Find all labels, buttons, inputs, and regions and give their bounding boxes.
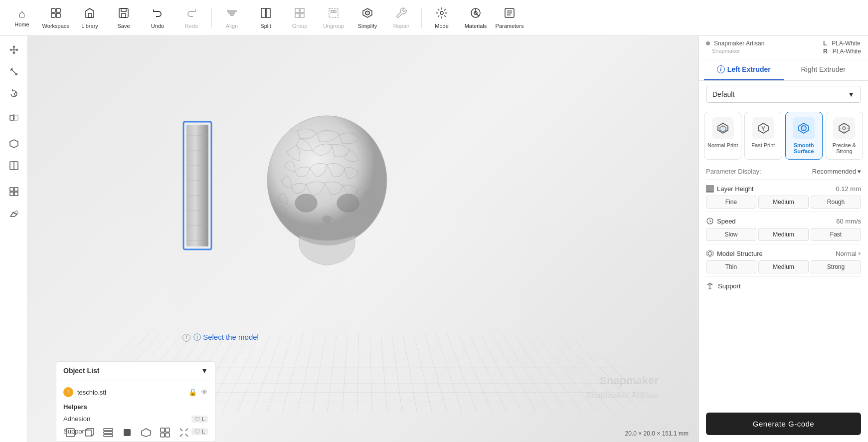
view-collapse-icon[interactable] bbox=[176, 425, 191, 440]
left-tool-split-view[interactable] bbox=[4, 156, 24, 176]
left-tool-eraser[interactable] bbox=[4, 204, 24, 223]
divider-2 bbox=[421, 8, 422, 28]
generate-section: Generate G-code bbox=[699, 401, 868, 442]
left-tool-rotate[interactable] bbox=[4, 84, 24, 104]
speed-slow[interactable]: Slow bbox=[706, 228, 756, 241]
svg-point-74 bbox=[801, 126, 806, 131]
tool-ungroup[interactable]: Ungroup bbox=[318, 2, 349, 34]
view-layer-icon[interactable] bbox=[101, 425, 116, 440]
parameters-icon bbox=[504, 7, 516, 21]
left-tool-move[interactable] bbox=[4, 40, 24, 60]
precise-strong-icon bbox=[833, 117, 855, 139]
tool-repair[interactable]: Repair bbox=[385, 2, 417, 34]
viewport[interactable]: i ⓘ Select the model Snapmaker Snapmaker… bbox=[28, 36, 698, 442]
tab-left-extruder[interactable]: i Left Extruder bbox=[704, 59, 784, 80]
chevron-icon: ▾ bbox=[858, 168, 861, 175]
speed-buttons: Slow Medium Fast bbox=[706, 228, 861, 241]
svg-rect-61 bbox=[104, 432, 113, 434]
generate-gcode-button[interactable]: Generate G-code bbox=[706, 413, 861, 435]
mode-icon bbox=[436, 7, 448, 21]
eye-icon[interactable]: 👁 bbox=[201, 388, 208, 396]
left-tool-object-view[interactable] bbox=[4, 134, 24, 154]
svg-rect-11 bbox=[261, 8, 265, 17]
parameters-section: Parameter Display: Recommended ▾ Layer H… bbox=[699, 164, 868, 295]
structure-medium[interactable]: Medium bbox=[758, 260, 809, 273]
object-column[interactable] bbox=[182, 121, 212, 250]
layer-height-medium[interactable]: Medium bbox=[758, 196, 809, 209]
tool-simplify[interactable]: Simplify bbox=[351, 2, 383, 34]
support-icon bbox=[706, 282, 714, 290]
tool-library[interactable]: Library bbox=[74, 2, 106, 34]
tool-redo[interactable]: Redo bbox=[175, 2, 207, 34]
tool-parameters[interactable]: Parameters bbox=[494, 2, 525, 34]
adhesion-badge: 🛡 L bbox=[191, 416, 208, 423]
save-icon bbox=[118, 7, 130, 21]
tool-workspace[interactable]: Workspace bbox=[40, 2, 72, 34]
tool-mode[interactable]: Mode bbox=[426, 2, 458, 34]
right-material-name: PLA-White bbox=[833, 48, 861, 55]
left-tool-scale[interactable] bbox=[4, 62, 24, 82]
viewport-dimensions: 20.0 × 20.0 × 151.1 mm bbox=[625, 430, 689, 437]
svg-rect-40 bbox=[14, 192, 18, 196]
right-material-label: R bbox=[823, 48, 828, 55]
view-split-icon[interactable] bbox=[158, 425, 173, 440]
speed-medium[interactable]: Medium bbox=[758, 228, 809, 241]
view-3d-icon[interactable] bbox=[63, 425, 78, 440]
tool-home[interactable]: ⌂ Home bbox=[6, 2, 38, 34]
mode-normal-print[interactable]: Normal Print bbox=[704, 112, 741, 160]
tool-materials[interactable]: Materials bbox=[460, 2, 492, 34]
tool-group[interactable]: Group bbox=[284, 2, 316, 34]
structure-strong[interactable]: Strong bbox=[811, 260, 861, 273]
svg-rect-66 bbox=[166, 428, 170, 432]
object-skull[interactable] bbox=[252, 111, 402, 270]
svg-rect-37 bbox=[10, 188, 13, 191]
select-hint-text: ⓘ Select the model bbox=[193, 333, 259, 342]
mode-smooth-surface[interactable]: Smooth Surface bbox=[785, 112, 823, 160]
recommended-select[interactable]: Recommended ▾ bbox=[812, 168, 861, 175]
svg-rect-6 bbox=[121, 8, 126, 11]
left-tool-mirror[interactable] bbox=[4, 108, 24, 128]
svg-rect-62 bbox=[104, 435, 113, 437]
list-item[interactable]: ! teschio.stl 🔒 👁 bbox=[56, 384, 215, 400]
repair-icon bbox=[395, 7, 407, 21]
normal-print-label: Normal Print bbox=[707, 142, 738, 148]
right-panel: Snapmaker Artisan Snapmaker L PLA-White … bbox=[698, 36, 868, 442]
mode-fast-print[interactable]: Fast Print bbox=[744, 112, 782, 160]
lock-icon[interactable]: 🔒 bbox=[188, 388, 197, 396]
precise-strong-label: Precise & Strong bbox=[829, 142, 860, 154]
tool-undo[interactable]: Undo bbox=[142, 2, 174, 34]
layer-height-rough[interactable]: Rough bbox=[811, 196, 861, 209]
home-icon: ⌂ bbox=[18, 8, 25, 19]
svg-rect-32 bbox=[10, 115, 13, 120]
preset-dropdown[interactable]: Default ▼ bbox=[706, 86, 861, 103]
left-material-label: L bbox=[823, 40, 827, 47]
speed-fast[interactable]: Fast bbox=[811, 228, 861, 241]
smooth-surface-label: Smooth Surface bbox=[789, 142, 819, 154]
main-area: i ⓘ Select the model Snapmaker Snapmaker… bbox=[0, 36, 868, 442]
left-tool-grid[interactable] bbox=[4, 182, 24, 202]
mode-precise-strong[interactable]: Precise & Strong bbox=[826, 112, 863, 160]
svg-rect-67 bbox=[161, 433, 165, 437]
object-list-header[interactable]: Object List ▼ bbox=[56, 362, 215, 380]
layer-height-param: Layer Height 0.12 mm Fine Medium Rough bbox=[706, 180, 861, 212]
tool-align[interactable]: Align bbox=[216, 2, 248, 34]
svg-rect-1 bbox=[56, 8, 60, 12]
helper-adhesion[interactable]: Adhesion 🛡 L bbox=[56, 413, 215, 425]
view-cube-icon[interactable] bbox=[82, 425, 97, 440]
group-icon bbox=[294, 7, 306, 21]
left-material-name: PLA-White bbox=[832, 40, 860, 47]
machine-name: Snapmaker Artisan bbox=[714, 40, 764, 47]
tool-save[interactable]: Save bbox=[108, 2, 140, 34]
redo-icon bbox=[185, 7, 197, 21]
svg-point-52 bbox=[295, 194, 317, 212]
svg-line-31 bbox=[14, 94, 15, 96]
layer-height-fine[interactable]: Fine bbox=[706, 196, 756, 209]
structure-thin[interactable]: Thin bbox=[706, 260, 756, 273]
view-wireframe-icon[interactable] bbox=[139, 425, 154, 440]
tool-split[interactable]: Split bbox=[250, 2, 282, 34]
ungroup-icon bbox=[328, 7, 340, 21]
view-solid-icon[interactable] bbox=[120, 425, 135, 440]
view-bar bbox=[63, 425, 191, 440]
svg-rect-18 bbox=[329, 8, 338, 17]
tab-right-extruder[interactable]: Right Extruder bbox=[784, 59, 864, 80]
